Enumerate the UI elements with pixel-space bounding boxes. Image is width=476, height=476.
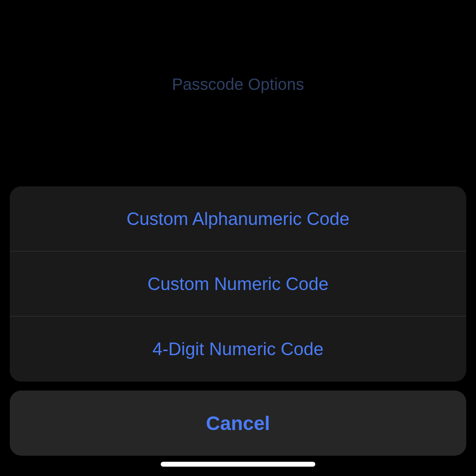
options-group: Custom Alphanumeric Code Custom Numeric … — [10, 186, 466, 382]
custom-numeric-code-option[interactable]: Custom Numeric Code — [10, 251, 466, 317]
action-sheet: Custom Alphanumeric Code Custom Numeric … — [0, 186, 476, 476]
home-indicator — [161, 462, 315, 467]
custom-alphanumeric-code-option[interactable]: Custom Alphanumeric Code — [10, 186, 466, 251]
four-digit-numeric-code-option[interactable]: 4-Digit Numeric Code — [10, 317, 466, 382]
passcode-options-title: Passcode Options — [0, 75, 476, 94]
cancel-button[interactable]: Cancel — [10, 391, 466, 456]
